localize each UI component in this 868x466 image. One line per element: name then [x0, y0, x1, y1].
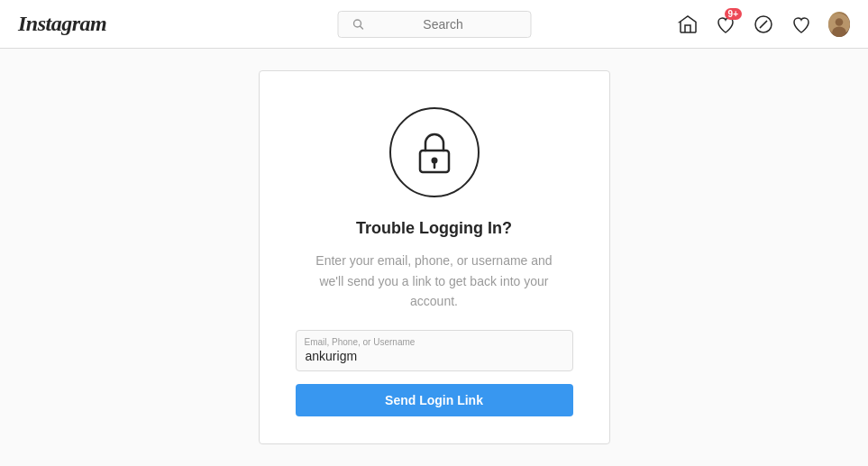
activity-icon[interactable]: 9+ [715, 14, 736, 35]
username-input[interactable] [296, 330, 573, 371]
home-icon[interactable] [677, 14, 699, 35]
username-input-group: Email, Phone, or Username [296, 330, 573, 371]
logo: Instagram [18, 12, 106, 36]
heart-icon[interactable] [790, 14, 812, 35]
search-icon [352, 19, 363, 30]
send-login-link-button[interactable]: Send Login Link [296, 384, 573, 416]
svg-marker-3 [760, 21, 767, 28]
trouble-login-card: Trouble Logging In? Enter your email, ph… [259, 70, 610, 443]
card-title: Trouble Logging In? [356, 219, 512, 238]
card-description: Enter your email, phone, or username and… [308, 251, 561, 311]
explore-icon[interactable] [753, 14, 774, 35]
notification-badge: 9+ [725, 8, 742, 20]
lock-icon-circle [389, 107, 480, 197]
search-input[interactable] [370, 17, 516, 32]
header-icons: 9+ [677, 14, 850, 35]
avatar[interactable] [828, 14, 850, 35]
svg-line-1 [360, 26, 362, 29]
main-content: Trouble Logging In? Enter your email, ph… [0, 49, 868, 466]
search-bar[interactable] [337, 11, 531, 38]
username-label: Email, Phone, or Username [305, 337, 416, 347]
svg-point-5 [836, 18, 844, 26]
header: Instagram 9+ [0, 0, 868, 49]
